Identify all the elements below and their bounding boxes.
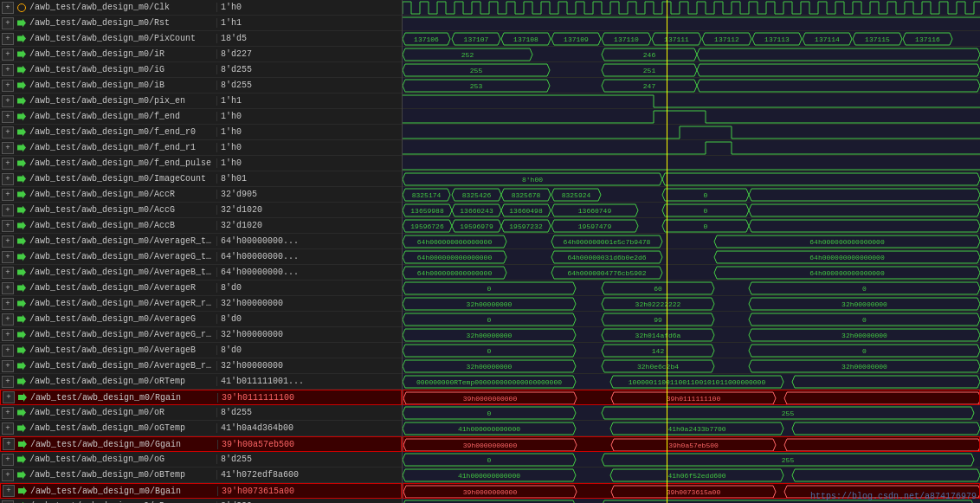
expand-button[interactable]: +: [2, 173, 14, 185]
waveform-row: 0990: [403, 312, 980, 327]
svg-text:0: 0: [487, 347, 492, 355]
svg-text:39h0000000000: 39h0000000000: [463, 442, 518, 449]
expand-button[interactable]: +: [3, 438, 15, 450]
expand-button[interactable]: +: [2, 500, 14, 504]
expand-button[interactable]: +: [2, 95, 14, 107]
signal-name-label: /awb_test/awb_design_m0/Rst: [29, 18, 216, 28]
expand-button[interactable]: +: [2, 235, 14, 248]
signal-type-icon: [16, 360, 28, 372]
expand-button[interactable]: +: [2, 80, 14, 92]
svg-text:39h0a57eb500: 39h0a57eb500: [668, 442, 719, 449]
signal-name-label: /awb_test/awb_design_m0/AverageR_temp: [29, 236, 216, 246]
expand-button[interactable]: +: [2, 33, 14, 45]
svg-text:0: 0: [487, 409, 492, 417]
signal-row: +/awb_test/awb_design_m0/Clk1'h0: [0, 0, 402, 16]
expand-button[interactable]: +: [2, 454, 14, 466]
signal-type-icon: [16, 220, 28, 232]
svg-text:19596726: 19596726: [410, 222, 444, 230]
expand-button[interactable]: +: [2, 360, 14, 372]
signal-row: +/awb_test/awb_design_m0/AccR32'd905: [0, 187, 402, 203]
expand-button[interactable]: +: [2, 313, 14, 326]
svg-text:13660749: 13660749: [578, 207, 612, 215]
signal-type-icon: [16, 17, 28, 29]
svg-text:255: 255: [470, 67, 483, 74]
signal-name-label: /awb_test/awb_design_m0/AverageB: [29, 345, 216, 355]
signal-row: +/awb_test/awb_design_m0/oR8'd255: [0, 405, 402, 421]
svg-text:137108: 137108: [513, 35, 538, 43]
waveform-row: 0255: [403, 405, 980, 421]
expand-button[interactable]: +: [2, 126, 14, 139]
signal-row: +/awb_test/awb_design_m0/AverageR8'd0: [0, 281, 402, 296]
waveform-row: 01420: [403, 343, 980, 358]
expand-button[interactable]: +: [2, 64, 14, 76]
signal-name-label: /awb_test/awb_design_m0/Rgain: [30, 393, 217, 403]
signal-row: +/awb_test/awb_design_m0/f_end_pulse1'h0: [0, 156, 402, 171]
signal-type-icon: [16, 282, 28, 294]
svg-text:64h000000000000000: 64h000000000000000: [417, 269, 493, 277]
expand-button[interactable]: +: [2, 422, 14, 435]
signal-type-icon: [16, 80, 28, 92]
expand-button[interactable]: +: [2, 189, 14, 201]
expand-button[interactable]: +: [2, 407, 14, 419]
expand-button[interactable]: +: [2, 48, 14, 61]
signal-value-label: 8'd255: [216, 81, 320, 90]
svg-text:0: 0: [862, 285, 867, 293]
signal-value-label: 8'd0: [216, 283, 320, 293]
waveform-row: 8'h00: [403, 171, 980, 187]
svg-text:251: 251: [643, 67, 656, 74]
signal-row: +/awb_test/awb_design_m0/AverageG8'd0: [0, 312, 402, 327]
signal-name-label: /awb_test/awb_design_m0/Bgain: [30, 487, 217, 496]
expand-button[interactable]: +: [2, 469, 14, 481]
expand-button[interactable]: +: [2, 345, 14, 357]
signal-type-icon: [16, 2, 28, 14]
expand-button[interactable]: +: [3, 391, 15, 403]
svg-text:60: 60: [654, 285, 662, 293]
signal-value-label: 39'h0073615a00: [217, 487, 321, 496]
svg-text:39h0073615a00: 39h0073615a00: [667, 488, 721, 496]
waveform-row: 1371061371071371081371091371101371111371…: [403, 31, 980, 47]
svg-text:137110: 137110: [614, 35, 639, 43]
svg-text:32h00000000: 32h00000000: [841, 332, 887, 339]
signal-row: +/awb_test/awb_design_m0/oG8'd255: [0, 452, 402, 468]
signal-value-label: 39'h00a57eb500: [217, 440, 321, 449]
svg-text:64h000000000000000: 64h000000000000000: [809, 254, 885, 261]
expand-button[interactable]: +: [2, 17, 14, 29]
signal-name-label: /awb_test/awb_design_m0/AverageG_temp: [29, 252, 216, 261]
svg-text:255: 255: [782, 456, 795, 464]
waveform-row: 0600: [403, 281, 980, 296]
signal-type-icon: [16, 111, 28, 123]
expand-button[interactable]: +: [2, 251, 14, 263]
signal-type-icon: [16, 189, 28, 201]
svg-text:41h000000000000: 41h000000000000: [458, 425, 520, 433]
waveform-row: 41h00000000000041h06f52edd600: [403, 468, 980, 483]
svg-text:41h000000000000: 41h000000000000: [458, 472, 520, 480]
expand-button[interactable]: +: [2, 2, 14, 14]
signal-name-label: /awb_test/awb_design_m0/pix_en: [29, 96, 216, 106]
expand-button[interactable]: +: [2, 220, 14, 232]
svg-text:19597479: 19597479: [578, 222, 612, 230]
signal-type-icon: [16, 48, 28, 61]
signal-value-label: 8'd227: [216, 49, 320, 59]
signal-value-label: 32'd1020: [216, 221, 320, 230]
expand-button[interactable]: +: [3, 485, 15, 497]
expand-button[interactable]: +: [2, 282, 14, 294]
expand-button[interactable]: +: [2, 329, 14, 341]
signal-name-label: /awb_test/awb_design_m0/oRTemp: [29, 377, 216, 386]
expand-button[interactable]: +: [2, 298, 14, 310]
waveform-row: 32h0000000032h014afd6a32h00000000: [403, 327, 980, 343]
expand-button[interactable]: +: [2, 111, 14, 123]
expand-button[interactable]: +: [2, 204, 14, 216]
expand-button[interactable]: +: [2, 142, 14, 154]
waveform-row: 32h0000000032h0222222232h00000000: [403, 296, 980, 312]
waveform-row: 253247: [403, 78, 980, 94]
svg-text:13659988: 13659988: [410, 207, 444, 215]
expand-button[interactable]: +: [2, 376, 14, 388]
signal-name-label: /awb_test/awb_design_m0/AccG: [29, 205, 216, 215]
signal-row: +/awb_test/awb_design_m0/AverageB8'd0: [0, 343, 402, 358]
svg-text:252: 252: [461, 51, 474, 59]
expand-button[interactable]: +: [2, 158, 14, 170]
waveform-row: 83251748325426832567883259240: [403, 187, 980, 203]
signal-row: +/awb_test/awb_design_m0/Rgain39'h011111…: [0, 390, 402, 405]
expand-button[interactable]: +: [2, 267, 14, 279]
svg-text:39h0000000000: 39h0000000000: [463, 488, 518, 496]
